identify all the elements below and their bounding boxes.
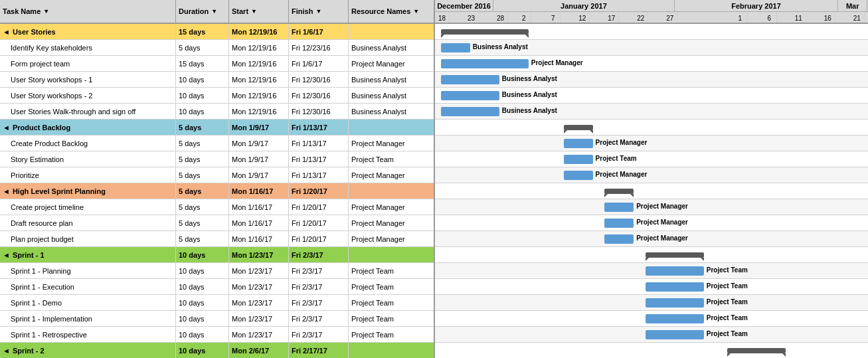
resource-cell — [349, 343, 422, 358]
group-indicator: ◄ — [3, 124, 10, 132]
table-row[interactable]: Plan project budget5 daysMon 1/16/17Fri … — [0, 231, 434, 247]
gantt-row — [435, 343, 868, 358]
resource-cell: Business Analyst — [349, 72, 422, 87]
task-name-cell: Plan project budget — [0, 231, 176, 246]
finish-cell: Fri 2/3/17 — [289, 279, 349, 294]
header-duration[interactable]: Duration ▼ — [176, 0, 229, 23]
finish-cell: Fri 1/6/17 — [289, 56, 349, 71]
table-row[interactable]: Sprint 1 - Implementation10 daysMon 1/23… — [0, 311, 434, 327]
finish-cell: Fri 2/17/17 — [289, 343, 349, 358]
header-task-label: Task Name — [3, 7, 41, 15]
gantt-row: Project Team — [435, 263, 868, 279]
gantt-task-bar[interactable]: Business Analyst — [441, 43, 470, 52]
gantt-task-bar[interactable]: Business Analyst — [441, 91, 499, 100]
table-row[interactable]: User Story workshops - 210 daysMon 12/19… — [0, 88, 434, 104]
gantt-task-bar[interactable]: Business Analyst — [441, 107, 499, 116]
gantt-group-bar[interactable] — [441, 29, 529, 35]
duration-cell: 5 days — [176, 199, 229, 215]
gantt-row: Project Team — [435, 311, 868, 327]
gantt-task-bar[interactable]: Project Team — [564, 155, 593, 164]
finish-cell: Fri 12/30/16 — [289, 72, 349, 87]
duration-cell: 10 days — [176, 327, 229, 342]
task-name: Sprint 1 - Execution — [11, 283, 74, 291]
gantt-task-bar[interactable]: Business Analyst — [441, 75, 499, 84]
gantt-task-bar[interactable]: Project Manager — [564, 171, 593, 180]
bar-label: Project Manager — [636, 219, 688, 226]
table-row[interactable]: Sprint 1 - Retrospective10 daysMon 1/23/… — [0, 327, 434, 343]
finish-cell: Fri 1/13/17 — [289, 167, 349, 183]
day-label: 21 — [850, 12, 865, 24]
table-row[interactable]: ◄User Stories15 daysMon 12/19/16Fri 1/6/… — [0, 24, 434, 40]
finish-cell: Fri 1/20/17 — [289, 231, 349, 246]
task-name: Create project timeline — [11, 203, 84, 211]
duration-cell: 10 days — [176, 263, 229, 278]
finish-cell: Fri 2/3/17 — [289, 263, 349, 278]
gantt-task-bar[interactable]: Project Manager — [564, 139, 593, 148]
resource-cell: Project Manager — [349, 215, 422, 230]
gantt-group-bar[interactable] — [604, 189, 634, 194]
table-row[interactable]: Identify Key stakeholders5 daysMon 12/19… — [0, 40, 434, 56]
table-row[interactable]: Draft resource plan5 daysMon 1/16/17Fri … — [0, 215, 434, 231]
resource-cell: Business Analyst — [349, 40, 422, 55]
header-resource[interactable]: Resource Names ▼ — [349, 0, 422, 23]
gantt-row: Project Team — [435, 327, 868, 343]
table-row[interactable]: Story Estimation5 daysMon 1/9/17Fri 1/13… — [0, 151, 434, 167]
task-name-cell: Prioritize — [0, 167, 176, 183]
table-row[interactable]: ◄Product Backlog5 daysMon 1/9/17Fri 1/13… — [0, 120, 434, 135]
start-cell: Mon 12/19/16 — [229, 24, 289, 39]
start-cell: Mon 1/16/17 — [229, 231, 289, 246]
gantt-task-bar[interactable]: Project Team — [646, 266, 704, 276]
header-task-name[interactable]: Task Name ▼ — [0, 0, 176, 23]
gantt-task-bar[interactable]: Project Team — [646, 282, 704, 292]
table-row[interactable]: ◄Sprint - 110 daysMon 1/23/17Fri 2/3/17 — [0, 247, 434, 263]
bar-label: Project Team — [707, 298, 748, 306]
table-row[interactable]: Sprint 1 - Execution10 daysMon 1/23/17Fr… — [0, 279, 434, 295]
day-label: 6 — [762, 12, 777, 24]
task-name-cell: Sprint 1 - Planning — [0, 263, 176, 278]
gantt-task-bar[interactable]: Project Team — [646, 330, 704, 339]
resource-cell: Project Team — [349, 263, 422, 278]
task-name: Sprint 1 - Planning — [11, 267, 71, 275]
bar-label: Project Team — [707, 330, 748, 337]
month-label: January 2017 — [493, 0, 675, 11]
header-start[interactable]: Start ▼ — [229, 0, 289, 23]
table-row[interactable]: Form project team15 daysMon 12/19/16Fri … — [0, 56, 434, 72]
resource-cell: Project Manager — [349, 199, 422, 215]
resource-cell: Business Analyst — [349, 88, 422, 103]
table-row[interactable]: Sprint 1 - Demo10 daysMon 1/23/17Fri 2/3… — [0, 295, 434, 311]
table-row[interactable]: ◄Sprint - 210 daysMon 2/6/17Fri 2/17/17 — [0, 343, 434, 358]
resource-cell: Project Manager — [349, 135, 422, 151]
gantt-task-bar[interactable]: Project Team — [646, 298, 704, 308]
gantt-row: Business Analyst — [435, 72, 868, 88]
table-row[interactable]: Create project timeline5 daysMon 1/16/17… — [0, 199, 434, 215]
finish-cell: Fri 2/3/17 — [289, 311, 349, 326]
finish-cell: Fri 1/20/17 — [289, 199, 349, 215]
task-name-cell: Draft resource plan — [0, 215, 176, 230]
task-name: Sprint - 1 — [13, 251, 44, 259]
table-row[interactable]: User Story workshops - 110 daysMon 12/19… — [0, 72, 434, 88]
gantt-task-bar[interactable]: Project Team — [646, 314, 704, 323]
gantt-task-bar[interactable]: Project Manager — [604, 234, 634, 244]
header-finish[interactable]: Finish ▼ — [289, 0, 349, 23]
start-cell: Mon 1/9/17 — [229, 135, 289, 151]
gantt-group-bar[interactable] — [646, 252, 704, 258]
task-name-cell: Sprint 1 - Demo — [0, 295, 176, 310]
gantt-task-bar[interactable]: Project Manager — [441, 59, 529, 68]
gantt-task-bar[interactable]: Project Manager — [604, 219, 634, 228]
table-row[interactable]: ◄High Level Sprint Planning5 daysMon 1/1… — [0, 183, 434, 199]
bar-label: Project Team — [707, 282, 748, 290]
gantt-task-bar[interactable]: Project Manager — [604, 203, 634, 212]
table-row[interactable]: Sprint 1 - Planning10 daysMon 1/23/17Fri… — [0, 263, 434, 279]
task-name: Identify Key stakeholders — [11, 44, 92, 52]
duration-cell: 5 days — [176, 183, 229, 199]
duration-cell: 15 days — [176, 24, 229, 39]
table-row[interactable]: Prioritize5 daysMon 1/9/17Fri 1/13/17Pro… — [0, 167, 434, 183]
task-name: User Stories — [13, 28, 56, 36]
gantt-group-bar[interactable] — [727, 348, 786, 353]
gantt-group-bar[interactable] — [564, 125, 593, 130]
duration-cell: 10 days — [176, 311, 229, 326]
table-row[interactable]: Create Product Backlog5 daysMon 1/9/17Fr… — [0, 135, 434, 151]
finish-cell: Fri 12/23/16 — [289, 40, 349, 55]
day-label: 7 — [546, 12, 561, 24]
table-row[interactable]: User Stories Walk-through and sign off10… — [0, 104, 434, 120]
